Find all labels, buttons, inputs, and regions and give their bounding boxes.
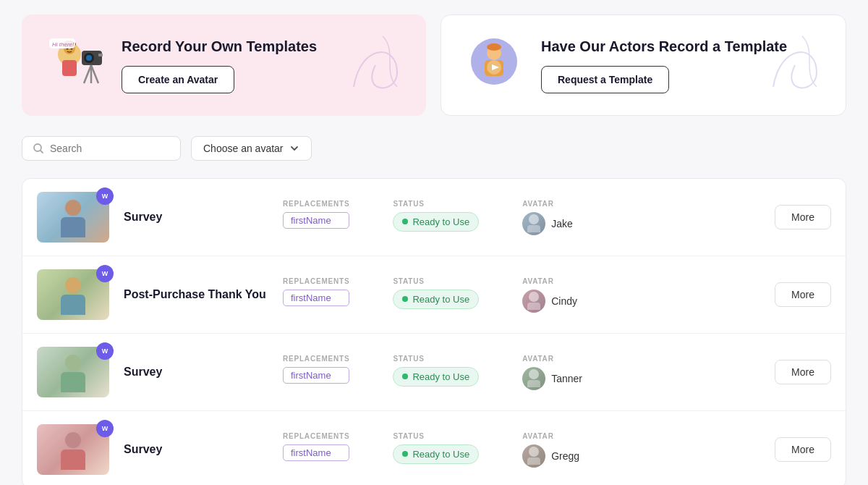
replacements-label: REPLACEMENTS [283, 432, 349, 440]
status-group: STATUS Ready to Use [393, 432, 479, 464]
avatar-info: Tanner [522, 367, 582, 390]
status-badge: Ready to Use [393, 290, 479, 309]
replacements-group: REPLACEMENTS firstName [283, 355, 349, 384]
avatar-group: AVATAR Jake [522, 200, 573, 235]
replacements-label: REPLACEMENTS [283, 200, 349, 208]
avatar-group: AVATAR Cindy [522, 277, 577, 313]
avatar [522, 367, 545, 390]
avatar-group: AVATAR Gregg [522, 432, 579, 468]
template-row: W Survey REPLACEMENTS firstName STATUS R… [22, 411, 846, 485]
status-text: Ready to Use [412, 294, 469, 305]
w-badge: W [96, 342, 114, 360]
hero-illustration-record: Hi there! [42, 33, 107, 98]
status-label: STATUS [393, 200, 479, 208]
template-thumb-wrapper: W [37, 192, 109, 242]
replacement-badge: firstName [283, 212, 349, 229]
svg-line-10 [84, 65, 91, 83]
page-container: Hi there! Record Your Own Templates Crea… [0, 0, 868, 485]
search-icon [33, 143, 44, 154]
status-label: STATUS [393, 355, 479, 363]
hero-deco-1 [339, 29, 412, 101]
more-button[interactable]: More [775, 205, 831, 229]
template-row: W Survey REPLACEMENTS firstName STATUS R… [22, 334, 846, 411]
svg-rect-9 [98, 54, 103, 56]
avatar-select[interactable]: Choose an avatar [191, 136, 312, 161]
search-wrapper[interactable] [22, 136, 181, 161]
status-group: STATUS Ready to Use [393, 277, 479, 309]
status-group: STATUS Ready to Use [393, 355, 479, 387]
avatar-name: Tanner [551, 373, 582, 384]
avatar [522, 444, 545, 468]
status-text: Ready to Use [412, 371, 469, 382]
avatar-label: AVATAR [522, 355, 582, 363]
avatar-select-label: Choose an avatar [203, 143, 284, 154]
replacement-badge: firstName [283, 290, 349, 306]
status-group: STATUS Ready to Use [393, 200, 479, 232]
avatar-info: Jake [522, 212, 573, 235]
hero-deco-2 [759, 29, 831, 101]
template-thumb-wrapper: W [37, 424, 109, 475]
w-badge: W [96, 187, 114, 205]
status-dot [402, 219, 408, 224]
template-list: W Survey REPLACEMENTS firstName STATUS R… [22, 178, 846, 485]
avatar [522, 290, 545, 313]
svg-line-12 [91, 65, 98, 83]
filter-row: Choose an avatar [22, 136, 846, 161]
status-text: Ready to Use [412, 216, 469, 227]
hero-row: Hi there! Record Your Own Templates Crea… [22, 14, 846, 116]
template-meta: REPLACEMENTS firstName STATUS Ready to U… [283, 355, 760, 390]
template-name: Post-Purchase Thank You [124, 288, 268, 301]
more-button[interactable]: More [775, 282, 831, 307]
replacements-group: REPLACEMENTS firstName [283, 200, 349, 229]
avatar-info: Cindy [522, 290, 577, 313]
svg-rect-5 [62, 60, 77, 76]
svg-point-8 [86, 55, 92, 61]
template-thumb-wrapper: W [37, 269, 109, 320]
w-badge: W [96, 420, 114, 437]
template-thumb-wrapper: W [37, 347, 109, 397]
template-name: Survey [124, 443, 268, 456]
template-row: W Survey REPLACEMENTS firstName STATUS R… [22, 179, 846, 256]
hero-card-record: Hi there! Record Your Own Templates Crea… [22, 14, 426, 116]
avatar-info: Gregg [522, 444, 579, 468]
svg-point-17 [487, 43, 501, 51]
template-meta: REPLACEMENTS firstName STATUS Ready to U… [283, 200, 760, 235]
replacement-badge: firstName [283, 367, 349, 384]
template-meta: REPLACEMENTS firstName STATUS Ready to U… [283, 432, 760, 468]
avatar-label: AVATAR [522, 432, 579, 440]
status-text: Ready to Use [412, 449, 469, 460]
template-row: W Post-Purchase Thank You REPLACEMENTS f… [22, 256, 846, 334]
avatar-group: AVATAR Tanner [522, 355, 582, 390]
avatar-label: AVATAR [522, 277, 577, 285]
replacements-label: REPLACEMENTS [283, 277, 349, 285]
avatar-name: Cindy [551, 295, 577, 307]
hero-illustration-actors [461, 33, 527, 98]
template-name: Survey [124, 211, 268, 224]
status-dot [402, 296, 408, 302]
request-template-button[interactable]: Request a Template [541, 66, 669, 93]
avatar-name: Jake [551, 218, 573, 229]
more-button[interactable]: More [775, 360, 831, 384]
more-button[interactable]: More [775, 437, 831, 462]
svg-text:Hi there!: Hi there! [52, 41, 75, 48]
status-dot [402, 374, 408, 379]
template-meta: REPLACEMENTS firstName STATUS Ready to U… [283, 277, 760, 313]
status-dot [402, 451, 408, 457]
w-badge: W [96, 265, 114, 282]
hero-card-actors: Have Our Actors Record a Template Reques… [441, 14, 846, 116]
avatar [522, 212, 545, 235]
chevron-down-icon [289, 143, 299, 153]
avatar-name: Gregg [551, 450, 579, 462]
status-badge: Ready to Use [393, 212, 479, 232]
search-input[interactable] [50, 143, 170, 154]
create-avatar-button[interactable]: Create an Avatar [122, 66, 234, 93]
avatar-label: AVATAR [522, 200, 573, 208]
status-badge: Ready to Use [393, 444, 479, 464]
status-label: STATUS [393, 432, 479, 440]
status-badge: Ready to Use [393, 367, 479, 387]
svg-line-22 [41, 151, 43, 153]
replacements-group: REPLACEMENTS firstName [283, 432, 349, 461]
status-label: STATUS [393, 277, 479, 285]
replacements-group: REPLACEMENTS firstName [283, 277, 349, 306]
replacement-badge: firstName [283, 444, 349, 461]
